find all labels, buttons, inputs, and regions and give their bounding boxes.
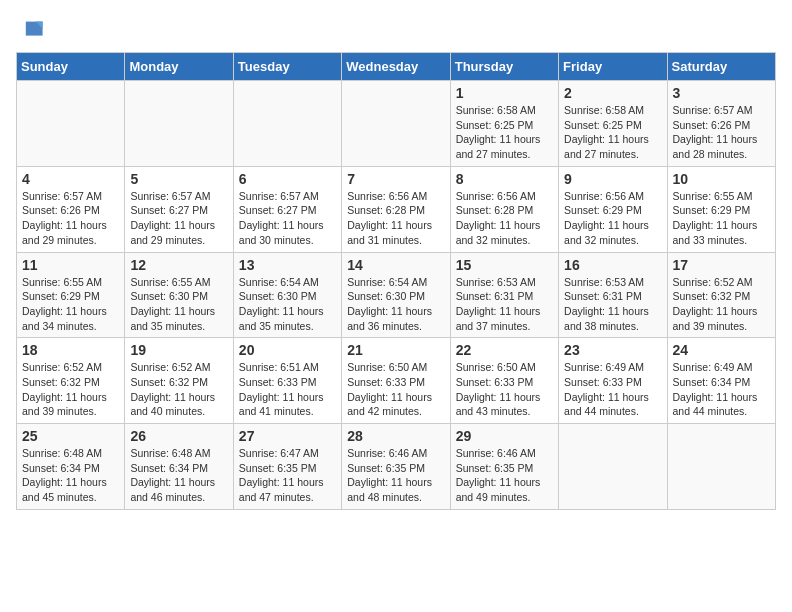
calendar-cell: 6Sunrise: 6:57 AM Sunset: 6:27 PM Daylig… [233,166,341,252]
calendar-cell: 10Sunrise: 6:55 AM Sunset: 6:29 PM Dayli… [667,166,775,252]
day-info: Sunrise: 6:53 AM Sunset: 6:31 PM Dayligh… [564,275,661,334]
day-info: Sunrise: 6:49 AM Sunset: 6:33 PM Dayligh… [564,360,661,419]
day-info: Sunrise: 6:54 AM Sunset: 6:30 PM Dayligh… [239,275,336,334]
day-info: Sunrise: 6:50 AM Sunset: 6:33 PM Dayligh… [456,360,553,419]
day-info: Sunrise: 6:55 AM Sunset: 6:29 PM Dayligh… [22,275,119,334]
day-number: 11 [22,257,119,273]
day-info: Sunrise: 6:58 AM Sunset: 6:25 PM Dayligh… [564,103,661,162]
day-info: Sunrise: 6:58 AM Sunset: 6:25 PM Dayligh… [456,103,553,162]
day-number: 14 [347,257,444,273]
day-info: Sunrise: 6:57 AM Sunset: 6:26 PM Dayligh… [22,189,119,248]
day-number: 6 [239,171,336,187]
day-number: 23 [564,342,661,358]
calendar-cell: 18Sunrise: 6:52 AM Sunset: 6:32 PM Dayli… [17,338,125,424]
calendar-header: SundayMondayTuesdayWednesdayThursdayFrid… [17,53,776,81]
calendar-cell: 21Sunrise: 6:50 AM Sunset: 6:33 PM Dayli… [342,338,450,424]
calendar-cell: 28Sunrise: 6:46 AM Sunset: 6:35 PM Dayli… [342,424,450,510]
day-info: Sunrise: 6:48 AM Sunset: 6:34 PM Dayligh… [22,446,119,505]
day-number: 16 [564,257,661,273]
calendar-cell: 19Sunrise: 6:52 AM Sunset: 6:32 PM Dayli… [125,338,233,424]
calendar-cell: 7Sunrise: 6:56 AM Sunset: 6:28 PM Daylig… [342,166,450,252]
calendar-cell [342,81,450,167]
weekday-header-tuesday: Tuesday [233,53,341,81]
weekday-header-friday: Friday [559,53,667,81]
day-number: 3 [673,85,770,101]
calendar-cell: 9Sunrise: 6:56 AM Sunset: 6:29 PM Daylig… [559,166,667,252]
weekday-header-saturday: Saturday [667,53,775,81]
day-info: Sunrise: 6:46 AM Sunset: 6:35 PM Dayligh… [456,446,553,505]
calendar-table: SundayMondayTuesdayWednesdayThursdayFrid… [16,52,776,510]
day-number: 15 [456,257,553,273]
calendar-cell: 15Sunrise: 6:53 AM Sunset: 6:31 PM Dayli… [450,252,558,338]
day-number: 17 [673,257,770,273]
day-number: 1 [456,85,553,101]
calendar-cell: 24Sunrise: 6:49 AM Sunset: 6:34 PM Dayli… [667,338,775,424]
day-info: Sunrise: 6:48 AM Sunset: 6:34 PM Dayligh… [130,446,227,505]
day-info: Sunrise: 6:53 AM Sunset: 6:31 PM Dayligh… [456,275,553,334]
day-number: 19 [130,342,227,358]
day-info: Sunrise: 6:52 AM Sunset: 6:32 PM Dayligh… [130,360,227,419]
day-info: Sunrise: 6:57 AM Sunset: 6:27 PM Dayligh… [239,189,336,248]
day-number: 18 [22,342,119,358]
calendar-cell: 26Sunrise: 6:48 AM Sunset: 6:34 PM Dayli… [125,424,233,510]
day-info: Sunrise: 6:46 AM Sunset: 6:35 PM Dayligh… [347,446,444,505]
calendar-cell: 25Sunrise: 6:48 AM Sunset: 6:34 PM Dayli… [17,424,125,510]
calendar-cell [17,81,125,167]
calendar-cell: 4Sunrise: 6:57 AM Sunset: 6:26 PM Daylig… [17,166,125,252]
day-info: Sunrise: 6:56 AM Sunset: 6:29 PM Dayligh… [564,189,661,248]
weekday-header-wednesday: Wednesday [342,53,450,81]
day-info: Sunrise: 6:55 AM Sunset: 6:29 PM Dayligh… [673,189,770,248]
weekday-header-monday: Monday [125,53,233,81]
day-info: Sunrise: 6:56 AM Sunset: 6:28 PM Dayligh… [347,189,444,248]
day-info: Sunrise: 6:47 AM Sunset: 6:35 PM Dayligh… [239,446,336,505]
day-info: Sunrise: 6:50 AM Sunset: 6:33 PM Dayligh… [347,360,444,419]
day-number: 4 [22,171,119,187]
week-row-3: 11Sunrise: 6:55 AM Sunset: 6:29 PM Dayli… [17,252,776,338]
calendar-cell: 11Sunrise: 6:55 AM Sunset: 6:29 PM Dayli… [17,252,125,338]
calendar-cell: 5Sunrise: 6:57 AM Sunset: 6:27 PM Daylig… [125,166,233,252]
calendar-cell: 22Sunrise: 6:50 AM Sunset: 6:33 PM Dayli… [450,338,558,424]
day-number: 13 [239,257,336,273]
calendar-cell: 23Sunrise: 6:49 AM Sunset: 6:33 PM Dayli… [559,338,667,424]
calendar-cell: 20Sunrise: 6:51 AM Sunset: 6:33 PM Dayli… [233,338,341,424]
day-info: Sunrise: 6:52 AM Sunset: 6:32 PM Dayligh… [22,360,119,419]
weekday-header-thursday: Thursday [450,53,558,81]
calendar-cell: 29Sunrise: 6:46 AM Sunset: 6:35 PM Dayli… [450,424,558,510]
day-info: Sunrise: 6:52 AM Sunset: 6:32 PM Dayligh… [673,275,770,334]
day-number: 5 [130,171,227,187]
calendar-cell: 27Sunrise: 6:47 AM Sunset: 6:35 PM Dayli… [233,424,341,510]
day-info: Sunrise: 6:54 AM Sunset: 6:30 PM Dayligh… [347,275,444,334]
day-number: 22 [456,342,553,358]
calendar-cell: 13Sunrise: 6:54 AM Sunset: 6:30 PM Dayli… [233,252,341,338]
header-row: SundayMondayTuesdayWednesdayThursdayFrid… [17,53,776,81]
calendar-cell: 14Sunrise: 6:54 AM Sunset: 6:30 PM Dayli… [342,252,450,338]
logo [16,16,48,44]
day-number: 10 [673,171,770,187]
day-number: 9 [564,171,661,187]
weekday-header-sunday: Sunday [17,53,125,81]
day-info: Sunrise: 6:49 AM Sunset: 6:34 PM Dayligh… [673,360,770,419]
day-number: 2 [564,85,661,101]
week-row-1: 1Sunrise: 6:58 AM Sunset: 6:25 PM Daylig… [17,81,776,167]
day-info: Sunrise: 6:57 AM Sunset: 6:26 PM Dayligh… [673,103,770,162]
calendar-body: 1Sunrise: 6:58 AM Sunset: 6:25 PM Daylig… [17,81,776,510]
day-number: 7 [347,171,444,187]
day-number: 26 [130,428,227,444]
day-info: Sunrise: 6:51 AM Sunset: 6:33 PM Dayligh… [239,360,336,419]
calendar-cell [559,424,667,510]
calendar-cell: 17Sunrise: 6:52 AM Sunset: 6:32 PM Dayli… [667,252,775,338]
calendar-cell [125,81,233,167]
day-number: 12 [130,257,227,273]
day-number: 21 [347,342,444,358]
week-row-4: 18Sunrise: 6:52 AM Sunset: 6:32 PM Dayli… [17,338,776,424]
day-number: 29 [456,428,553,444]
week-row-5: 25Sunrise: 6:48 AM Sunset: 6:34 PM Dayli… [17,424,776,510]
day-info: Sunrise: 6:57 AM Sunset: 6:27 PM Dayligh… [130,189,227,248]
day-number: 27 [239,428,336,444]
calendar-cell: 3Sunrise: 6:57 AM Sunset: 6:26 PM Daylig… [667,81,775,167]
day-info: Sunrise: 6:56 AM Sunset: 6:28 PM Dayligh… [456,189,553,248]
calendar-cell: 1Sunrise: 6:58 AM Sunset: 6:25 PM Daylig… [450,81,558,167]
calendar-cell: 8Sunrise: 6:56 AM Sunset: 6:28 PM Daylig… [450,166,558,252]
calendar-cell: 12Sunrise: 6:55 AM Sunset: 6:30 PM Dayli… [125,252,233,338]
day-number: 25 [22,428,119,444]
